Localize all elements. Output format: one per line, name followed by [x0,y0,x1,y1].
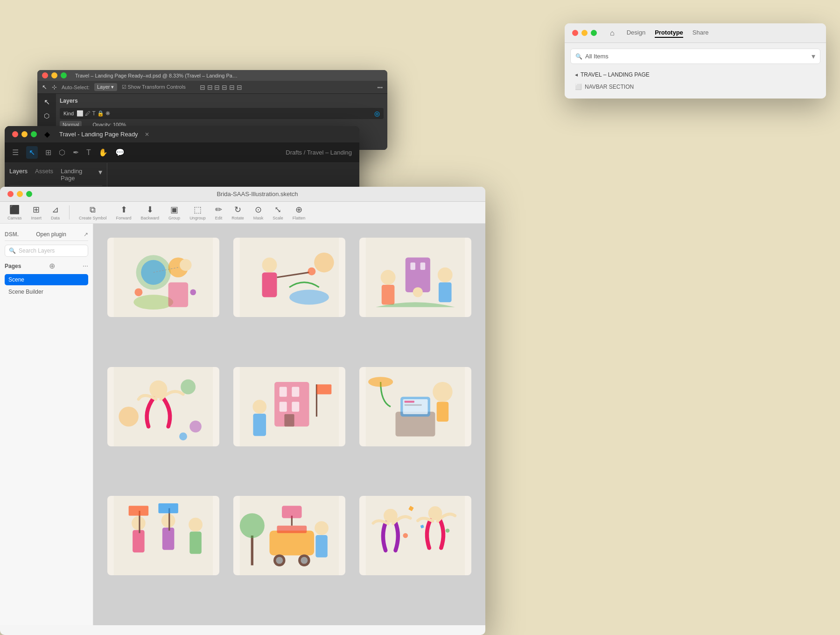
sketch-window: Brida-SAAS-Illustration.sketch ⬛ Canvas … [0,187,485,635]
illustration-2 [233,238,345,317]
tab-prototype[interactable]: Prototype [655,28,683,38]
ps-layer-dropdown[interactable]: Layer ▾ [94,83,117,91]
figma-maximize-button[interactable] [31,131,37,137]
sketch-dsm-label: DSM. [5,231,19,238]
svg-rect-61 [437,402,449,422]
svg-rect-45 [280,387,287,396]
forward-icon: ⬆ [120,205,127,215]
sketch-dsm-bar: DSM. Open plugin ↗ [5,228,88,241]
sketch-pages-label: Pages [5,263,21,269]
sketch-maximize-button[interactable] [26,191,32,197]
create-symbol-icon: ⧉ [90,205,96,215]
sketch-open-plugin-button[interactable]: Open plugin [36,231,66,238]
tab-share[interactable]: Share [693,28,709,38]
svg-point-72 [189,518,203,532]
tab-design[interactable]: Design [627,28,645,38]
search-icon: 🔍 [9,247,16,254]
sketch-create-symbol-tool[interactable]: ⧉ Create Symbol [79,205,107,220]
svg-rect-59 [405,404,422,405]
ps-tool-2[interactable]: ⊹ [52,84,57,91]
svg-point-83 [315,522,329,536]
sketch-mask-tool[interactable]: ⊙ Mask [253,205,264,220]
filter-icons: ⬜ 🖊 T 🔒 ❋ [77,110,110,117]
add-page-button[interactable]: ⊕ [49,261,55,270]
svg-rect-30 [410,262,415,270]
sketch-window-title: Brida-SAAS-Illustration.sketch [217,190,298,198]
tab-landing-page[interactable]: Landing Page [61,168,91,182]
figma-pen-tool[interactable]: ✒ [73,148,79,157]
sketch-main-area: DSM. Open plugin ↗ 🔍 Search Layers Pages… [0,224,485,625]
ps-tool-1[interactable]: ↖ [42,84,47,91]
sketch-backward-tool[interactable]: ⬇ Backward [141,205,160,220]
svg-point-27 [314,253,334,273]
figma-logo-icon: ◆ [44,130,50,139]
sketch-flatten-tool[interactable]: ⊕ Flatten [293,205,306,220]
svg-rect-49 [284,414,294,427]
svg-rect-47 [280,402,287,411]
sketch-page-scene-builder[interactable]: Scene Builder [5,286,88,297]
filter-toggle[interactable]: ◎ [374,110,380,117]
tab-layers[interactable]: Layers [9,168,28,182]
group-icon: ▣ [170,205,178,215]
xd-window-controls [572,30,597,36]
svg-point-17 [180,259,192,271]
svg-rect-58 [405,401,414,402]
figma-close-tab-icon[interactable]: ✕ [145,131,149,138]
data-icon: ⊿ [52,205,59,215]
sketch-insert-tool[interactable]: ⊞ Insert [31,205,42,220]
close-button[interactable] [572,30,578,36]
svg-rect-46 [292,387,299,396]
sketch-scale-tool[interactable]: ⤡ Scale [273,205,283,220]
sketch-titlebar: Brida-SAAS-Illustration.sketch [0,187,485,202]
figma-frame-tool[interactable]: ⊞ [45,148,51,157]
minimize-button[interactable] [581,30,588,36]
svg-point-40 [119,407,139,427]
svg-point-20 [190,289,196,296]
illustration-5 [233,367,345,446]
sketch-left-panel: DSM. Open plugin ↗ 🔍 Search Layers Pages… [0,224,93,625]
figma-text-tool[interactable]: T [86,148,91,157]
figma-menu-icon[interactable]: ☰ [12,148,19,157]
ps-sidebar-lasso[interactable]: ⬡ [44,112,49,120]
figma-minimize-button[interactable] [21,131,28,137]
sketch-ungroup-tool[interactable]: ⬚ Ungroup [189,205,206,220]
figma-hand-tool[interactable]: ✋ [98,148,108,157]
sketch-window-controls [7,191,32,197]
figma-cursor-tool[interactable]: ↖ [26,146,38,159]
svg-point-39 [181,379,196,394]
tab-assets[interactable]: Assets [35,168,53,182]
figma-comment-tool[interactable]: 💬 [115,148,125,157]
pages-menu-icon[interactable]: ⋯ [83,263,88,269]
svg-rect-33 [382,285,395,305]
illustration-9 [359,496,471,575]
ps-minimize-button[interactable] [51,72,57,78]
svg-rect-35 [439,282,452,303]
ps-sidebar-arrow[interactable]: ↖ [44,98,50,106]
figma-close-button[interactable] [12,131,18,137]
mask-icon: ⊙ [255,205,262,215]
ps-maximize-button[interactable] [61,72,67,78]
sketch-group-tool[interactable]: ▣ Group [168,205,180,220]
svg-point-22 [262,258,277,273]
sketch-canvas-tool[interactable]: ⬛ Canvas [7,205,22,220]
sketch-rotate-tool[interactable]: ↻ Rotate [231,205,244,220]
xd-search-bar[interactable]: 🔍 All Items ▾ [570,49,820,64]
sketch-search-layers[interactable]: 🔍 Search Layers [5,245,88,257]
sketch-forward-tool[interactable]: ⬆ Forward [116,205,132,220]
sketch-page-scene[interactable]: Scene [5,274,88,285]
home-icon[interactable]: ⌂ [610,29,615,37]
sketch-edit-tool[interactable]: ✏ Edit [215,205,223,220]
ps-more-icon[interactable]: ••• [377,85,383,90]
maximize-button[interactable] [591,30,597,36]
xd-tabs: Design Prototype Share [627,28,709,38]
sketch-data-tool[interactable]: ⊿ Data [51,205,60,220]
layers-filter-kind[interactable]: Kind [63,111,74,116]
figma-shape-tool[interactable]: ⬡ [59,148,65,157]
svg-point-41 [189,420,202,432]
svg-rect-51 [253,414,266,436]
ps-close-button[interactable] [42,72,48,78]
xd-nav-navbar: ⬜ NAVBAR SECTION [570,81,820,93]
sketch-minimize-button[interactable] [17,191,23,197]
ps-window-controls [42,72,67,78]
sketch-close-button[interactable] [7,191,14,197]
